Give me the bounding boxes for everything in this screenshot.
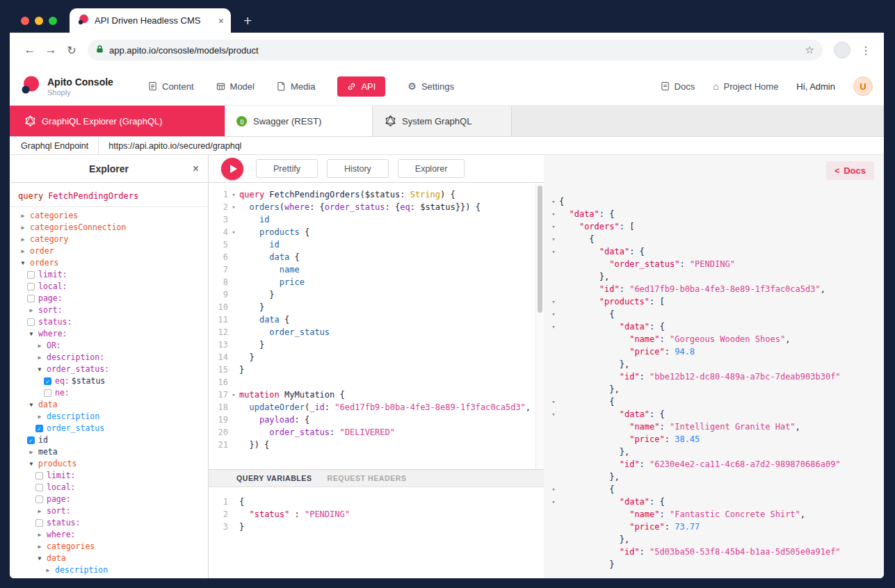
back-button[interactable]: ← bbox=[19, 43, 40, 57]
explorer-tree-item[interactable]: ▶sort: bbox=[17, 505, 208, 517]
fold-arrow-icon[interactable]: ▾ bbox=[548, 220, 559, 233]
expand-arrow-icon[interactable]: ▶ bbox=[35, 411, 45, 423]
docs-link[interactable]: Docs bbox=[661, 81, 695, 92]
explorer-tree-item[interactable]: local: bbox=[17, 482, 208, 493]
nav-settings[interactable]: ⚙ Settings bbox=[408, 81, 454, 92]
forward-button[interactable]: → bbox=[40, 43, 61, 57]
explorer-tree-item[interactable]: ▶order bbox=[17, 245, 208, 257]
field-checkbox[interactable] bbox=[27, 283, 35, 291]
browser-profile-avatar[interactable] bbox=[834, 42, 850, 58]
explorer-tree-item[interactable]: ✓order_status bbox=[17, 423, 208, 434]
explorer-tree-item[interactable]: ▼order_status: bbox=[17, 364, 208, 375]
nav-model[interactable]: Model bbox=[216, 81, 255, 92]
execute-button[interactable] bbox=[221, 158, 243, 180]
fold-arrow-icon[interactable]: ▾ bbox=[548, 208, 559, 220]
brand[interactable]: Apito Console Shoply bbox=[21, 75, 148, 97]
explorer-tree-item[interactable]: limit: bbox=[17, 470, 208, 482]
fold-arrow-icon[interactable]: ▾ bbox=[548, 496, 559, 508]
explorer-tree-item[interactable]: page: bbox=[17, 493, 208, 505]
reload-button[interactable]: ↻ bbox=[61, 44, 82, 57]
expand-arrow-icon[interactable]: ▶ bbox=[18, 234, 28, 245]
expand-arrow-icon[interactable]: ▶ bbox=[26, 304, 36, 316]
new-tab-button[interactable]: + bbox=[243, 13, 252, 29]
collapse-arrow-icon[interactable]: ▼ bbox=[26, 328, 36, 340]
browser-tab[interactable]: API Driven Headless CMS × bbox=[70, 8, 231, 33]
explorer-tree-item[interactable]: ▼data bbox=[17, 399, 208, 411]
window-minimize-button[interactable] bbox=[35, 17, 43, 25]
field-checkbox[interactable] bbox=[35, 496, 43, 503]
field-checkbox[interactable] bbox=[44, 389, 51, 397]
field-checkbox[interactable]: ✓ bbox=[35, 425, 43, 432]
fold-arrow-icon[interactable]: ▾ bbox=[548, 233, 559, 245]
scrollbar-thumb[interactable] bbox=[538, 186, 542, 313]
field-checkbox[interactable]: ✓ bbox=[27, 436, 35, 444]
collapse-arrow-icon[interactable]: ▼ bbox=[26, 458, 36, 470]
browser-menu-icon[interactable]: ⋮ bbox=[856, 44, 876, 57]
field-checkbox[interactable] bbox=[27, 318, 35, 326]
field-checkbox[interactable] bbox=[27, 295, 35, 302]
nav-api[interactable]: API bbox=[337, 76, 385, 97]
nav-media[interactable]: Media bbox=[277, 81, 315, 92]
explorer-tree-item[interactable]: ▼orders bbox=[17, 257, 208, 269]
expand-arrow-icon[interactable]: ▶ bbox=[18, 245, 28, 257]
explorer-tree-item[interactable]: ▶sort: bbox=[17, 304, 208, 316]
user-avatar[interactable]: U bbox=[853, 76, 873, 96]
field-checkbox[interactable] bbox=[35, 472, 43, 480]
expand-arrow-icon[interactable]: ▶ bbox=[43, 564, 53, 576]
expand-arrow-icon[interactable]: ▶ bbox=[35, 505, 45, 517]
fold-arrow-icon[interactable]: ▾ bbox=[548, 245, 559, 258]
explorer-toggle-button[interactable]: Explorer bbox=[398, 159, 465, 178]
explorer-tree-item[interactable]: ✓eq:$status bbox=[17, 375, 208, 387]
fold-arrow-icon[interactable]: ▾ bbox=[228, 389, 239, 401]
docs-toggle-button[interactable]: < Docs bbox=[826, 161, 874, 180]
explorer-tree-item[interactable]: ▶category bbox=[17, 234, 208, 245]
explorer-tree-item[interactable]: ▶description: bbox=[17, 352, 208, 364]
fold-arrow-icon[interactable]: ▾ bbox=[548, 408, 559, 420]
explorer-tree-item[interactable]: ▶where: bbox=[17, 529, 208, 541]
query-editor[interactable]: 1▾query FetchPendingOrders($status: Stri… bbox=[209, 183, 544, 469]
explorer-tree-item[interactable]: ▶categories bbox=[17, 210, 208, 222]
field-checkbox[interactable] bbox=[35, 519, 43, 527]
explorer-tree-item[interactable]: ne: bbox=[17, 387, 208, 399]
fold-arrow-icon[interactable]: ▾ bbox=[548, 320, 559, 333]
tab-graphiql-explorer[interactable]: GraphiQL Explorer (GraphQL) bbox=[10, 106, 225, 136]
collapse-arrow-icon[interactable]: ▼ bbox=[35, 364, 45, 375]
collapse-arrow-icon[interactable]: ▼ bbox=[18, 257, 28, 269]
explorer-tree-item[interactable]: ▼data bbox=[17, 553, 208, 564]
fold-arrow-icon[interactable]: ▾ bbox=[548, 483, 559, 496]
expand-arrow-icon[interactable]: ▶ bbox=[18, 210, 28, 222]
history-button[interactable]: History bbox=[327, 159, 389, 178]
field-checkbox[interactable] bbox=[35, 484, 43, 491]
field-checkbox[interactable] bbox=[27, 271, 35, 279]
explorer-tree-item[interactable]: local: bbox=[17, 281, 208, 293]
explorer-tree-item[interactable]: status: bbox=[17, 517, 208, 529]
fold-arrow-icon[interactable]: ▾ bbox=[228, 188, 239, 201]
tab-system-graphql[interactable]: System GraphQL bbox=[373, 106, 512, 136]
variables-editor[interactable]: 1{2 "status" : "PENDING"3} bbox=[209, 487, 544, 578]
nav-content[interactable]: Content bbox=[148, 81, 194, 92]
tab-swagger[interactable]: Swagger (REST) bbox=[225, 106, 373, 136]
editor-scrollbar[interactable] bbox=[535, 183, 544, 469]
fold-arrow-icon[interactable]: ▾ bbox=[228, 226, 239, 238]
url-bar[interactable]: app.apito.io/consosle/models/product ☆ bbox=[88, 40, 823, 60]
expand-arrow-icon[interactable]: ▶ bbox=[35, 529, 45, 541]
explorer-tree-item[interactable]: ▶meta bbox=[17, 446, 208, 458]
expand-arrow-icon[interactable]: ▶ bbox=[35, 352, 45, 364]
explorer-tree-item[interactable]: ▼products bbox=[17, 458, 208, 470]
explorer-tree-item[interactable]: status: bbox=[17, 316, 208, 328]
fold-arrow-icon[interactable]: ▾ bbox=[548, 308, 559, 320]
explorer-tree-item[interactable]: ▶categoriesConnection bbox=[17, 222, 208, 234]
explorer-tree-item[interactable]: limit: bbox=[17, 269, 208, 281]
expand-arrow-icon[interactable]: ▶ bbox=[35, 340, 45, 352]
tab-query-variables[interactable]: QUERY VARIABLES bbox=[236, 474, 312, 482]
window-close-button[interactable] bbox=[21, 17, 29, 25]
tab-request-headers[interactable]: REQUEST HEADERS bbox=[328, 474, 407, 482]
explorer-tree-item[interactable]: ▶description bbox=[17, 411, 208, 423]
field-checkbox[interactable]: ✓ bbox=[44, 377, 51, 385]
prettify-button[interactable]: Prettify bbox=[256, 159, 318, 178]
explorer-tree-item[interactable]: ▼where: bbox=[17, 328, 208, 340]
fold-arrow-icon[interactable]: ▾ bbox=[548, 195, 559, 208]
explorer-tree-item[interactable]: ▶OR: bbox=[17, 340, 208, 352]
bookmark-icon[interactable]: ☆ bbox=[805, 44, 814, 56]
collapse-arrow-icon[interactable]: ▼ bbox=[26, 399, 36, 411]
